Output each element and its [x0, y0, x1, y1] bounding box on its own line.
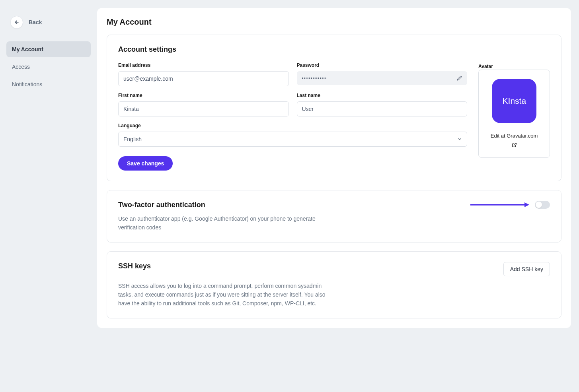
main-content: My Account Account settings Email addres… [97, 0, 579, 392]
pencil-icon [457, 76, 462, 81]
back-button[interactable]: Back [6, 16, 91, 29]
twofa-toggle[interactable] [535, 201, 550, 209]
account-settings-heading: Account settings [118, 45, 550, 54]
gravatar-link-text: Edit at Gravatar.com [491, 133, 538, 139]
content-container: My Account Account settings Email addres… [97, 8, 571, 328]
back-label: Back [29, 19, 42, 25]
sidebar: Back My Account Access Notifications [0, 0, 97, 392]
page-title: My Account [97, 17, 571, 35]
ssh-description: SSH access allows you to log into a comm… [118, 282, 333, 308]
twofa-card: Two-factor authentication Use an authent… [107, 190, 561, 243]
sidebar-item-label: Notifications [12, 81, 42, 87]
annotation-arrow-icon [470, 202, 529, 208]
language-label: Language [118, 123, 467, 128]
sidebar-item-label: My Account [12, 46, 43, 52]
add-ssh-key-button[interactable]: Add SSH key [503, 262, 550, 276]
edit-password-button[interactable] [457, 76, 462, 81]
avatar-image: KInsta [492, 79, 536, 123]
last-name-label: Last name [297, 93, 468, 98]
twofa-description: Use an authenticator app (e.g. Google Au… [118, 215, 333, 232]
svg-marker-4 [524, 202, 529, 207]
avatar-logo-text: KInsta [502, 97, 526, 106]
sidebar-item-my-account[interactable]: My Account [6, 41, 91, 57]
language-select[interactable]: English [118, 132, 467, 147]
password-label: Password [297, 62, 468, 68]
arrow-left-icon [10, 16, 23, 29]
last-name-input[interactable] [297, 101, 468, 116]
sidebar-item-access[interactable]: Access [6, 59, 91, 75]
avatar-box: KInsta Edit at Gravatar.com [478, 70, 550, 158]
language-value: English [123, 136, 142, 142]
account-settings-card: Account settings Email address Password … [107, 35, 561, 181]
first-name-input[interactable] [118, 101, 289, 116]
external-link-icon [512, 142, 517, 150]
twofa-heading: Two-factor authentication [118, 201, 470, 209]
ssh-heading: SSH keys [118, 262, 151, 270]
svg-line-2 [514, 143, 516, 145]
password-field: •••••••••••••• [297, 71, 468, 85]
password-value: •••••••••••••• [302, 76, 327, 80]
chevron-down-icon [457, 137, 462, 142]
gravatar-link[interactable]: Edit at Gravatar.com [491, 132, 538, 150]
ssh-keys-card: SSH keys Add SSH key SSH access allows y… [107, 251, 561, 318]
sidebar-item-notifications[interactable]: Notifications [6, 76, 91, 92]
toggle-thumb [536, 202, 542, 208]
email-label: Email address [118, 62, 289, 68]
first-name-label: First name [118, 93, 289, 98]
email-input[interactable] [118, 71, 289, 86]
sidebar-item-label: Access [12, 64, 30, 70]
avatar-label: Avatar [478, 64, 493, 69]
annotation-arrow-container [470, 201, 550, 209]
save-changes-button[interactable]: Save changes [118, 156, 173, 171]
